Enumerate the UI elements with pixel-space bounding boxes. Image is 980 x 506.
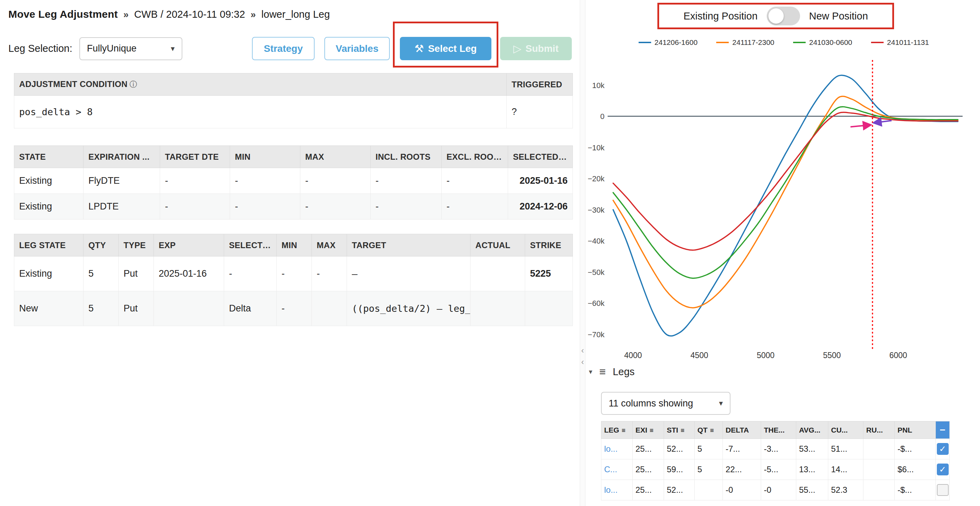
hamburger-icon[interactable]: ≡ <box>599 365 606 378</box>
legs-col-header-label: AVG... <box>799 426 820 434</box>
expiration-cell: - <box>160 194 230 220</box>
legs-cell: 25... <box>633 439 664 459</box>
leg-cell <box>312 291 347 326</box>
legs-col-header-label: RU... <box>866 426 883 434</box>
toggle-knob <box>768 8 784 24</box>
info-icon[interactable]: ⓘ <box>129 80 137 89</box>
legend-item[interactable]: 241117-2300 <box>716 38 774 47</box>
chart-legend: 241206-1600241117-2300241030-0600241011-… <box>599 38 968 47</box>
right-panel: Existing Position New Position 241206-16… <box>585 0 980 506</box>
legs-col-header[interactable]: QT≡ <box>695 422 723 439</box>
y-tick-label: −30k <box>588 206 605 214</box>
expiration-table: STATEEXPIRATION ...TARGET DTEMINMAXINCL.… <box>14 145 573 220</box>
submit-arrow-icon: ▷ <box>513 43 521 55</box>
leg-cell <box>154 291 224 326</box>
selected-exp-link[interactable]: 2024-12-06 <box>508 194 573 220</box>
leg-cell: New <box>14 291 84 326</box>
expiration-col-header: TARGET DTE <box>160 146 230 168</box>
leg-cell: Put <box>119 291 154 326</box>
adjustment-condition-value: pos_delta > 8 <box>14 96 507 129</box>
legs-col-header-label: DELTA <box>725 426 749 434</box>
legs-cell: 5 <box>695 439 723 459</box>
submit-button[interactable]: ▷ Submit <box>500 37 572 60</box>
expiration-cell: - <box>300 194 371 220</box>
leg-cell: Delta <box>224 291 277 326</box>
selected-exp-link[interactable]: 2025-01-16 <box>508 168 573 194</box>
strike-link[interactable]: 5225 <box>525 256 573 291</box>
leg-col-header: EXP <box>154 234 224 256</box>
legs-col-header[interactable]: EXI≡ <box>633 422 664 439</box>
select-leg-button[interactable]: ⚒ Select Leg <box>400 37 492 60</box>
leg-col-header: LEG STATE <box>14 234 84 256</box>
leg-cell <box>471 256 525 291</box>
legs-cell: 55... <box>796 480 828 500</box>
triggered-header: TRIGGERED <box>507 73 573 96</box>
legs-cell <box>864 439 895 459</box>
pnl-chart: 10k0−10k−20k−30k−40k−50k−60k−70k40004500… <box>585 52 980 365</box>
legs-cell: 52.3 <box>828 480 864 500</box>
position-toggle-row: Existing Position New Position <box>657 3 894 29</box>
legs-cell: 51... <box>828 439 864 459</box>
tools-icon: ⚒ <box>414 43 424 55</box>
legs-cell: 53... <box>796 439 828 459</box>
page-title: Move Leg Adjustment <box>8 8 118 20</box>
breadcrumb-item-leg: lower_long Leg <box>261 9 330 20</box>
leg-cell: - <box>277 256 312 291</box>
legs-col-header[interactable]: STI≡ <box>664 422 695 439</box>
legs-col-header-label: EXI <box>635 426 647 434</box>
leg-row: New5PutDelta-((pos_delta/2) — leg_lo <box>14 291 573 326</box>
collapse-icon[interactable]: ▾ <box>589 368 592 376</box>
legs-col-header: AVG... <box>796 422 828 439</box>
left-panel: Move Leg Adjustment » CWB / 2024-10-11 0… <box>0 0 580 506</box>
legs-col-header[interactable]: LEG≡ <box>601 422 633 439</box>
legs-header-row: LEG≡EXI≡STI≡QT≡DELTATHE...AVG...CU...RU.… <box>601 422 950 439</box>
splitter-chevron-icon[interactable]: ‹ <box>580 358 585 366</box>
expiration-cell: - <box>371 194 442 220</box>
leg-selection-row: Leg Selection: FullyUnique ▾ <box>8 37 182 60</box>
leg-selection-dropdown[interactable]: FullyUnique ▾ <box>80 37 182 60</box>
breadcrumb: Move Leg Adjustment » CWB / 2024-10-11 0… <box>8 8 330 20</box>
breadcrumb-separator: » <box>251 10 256 20</box>
legs-cell: 5 <box>695 459 723 480</box>
adjustment-header-row: ADJUSTMENT CONDITIONⓘ TRIGGERED <box>14 73 573 96</box>
panel-splitter[interactable]: ‹ ‹ <box>580 0 585 506</box>
sort-icon[interactable]: ≡ <box>650 426 654 434</box>
legend-line-swatch <box>871 42 884 43</box>
legend-item[interactable]: 241011-1131 <box>871 38 929 47</box>
splitter-chevron-icon[interactable]: ‹ <box>580 346 585 355</box>
columns-dropdown[interactable]: 11 columns showing ▾ <box>601 392 730 415</box>
leg-name-link[interactable]: lo... <box>601 439 633 459</box>
series-line-241117-2300 <box>613 96 958 308</box>
row-checkbox[interactable] <box>937 484 949 496</box>
sort-icon[interactable]: ≡ <box>681 426 684 434</box>
leg-table: LEG STATEQTYTYPEEXPSELECTORMINMAXTARGETA… <box>14 234 573 326</box>
y-tick-label: 0 <box>600 112 605 121</box>
strategy-button-label: Strategy <box>264 43 303 54</box>
expiration-col-header: SELECTED EXP <box>508 146 573 168</box>
sort-icon[interactable]: ≡ <box>710 426 714 434</box>
row-checkbox[interactable]: ✓ <box>937 463 949 476</box>
legend-item[interactable]: 241030-0600 <box>793 38 852 47</box>
triggered-value: ? <box>507 96 573 129</box>
legs-col-header: THE... <box>761 422 796 439</box>
row-checkbox[interactable]: ✓ <box>937 443 949 455</box>
x-tick-label: 5000 <box>757 351 774 360</box>
strategy-button[interactable]: Strategy <box>252 37 315 60</box>
select-all-toggle[interactable]: − <box>936 422 950 439</box>
leg-name-link[interactable]: lo... <box>601 480 633 500</box>
expiration-col-header: MAX <box>300 146 371 168</box>
legend-line-swatch <box>716 42 729 43</box>
expiration-cell: LPDTE <box>84 194 160 220</box>
legs-cell: -5... <box>761 459 796 480</box>
legs-cell <box>864 480 895 500</box>
leg-cell: - <box>224 256 277 291</box>
legs-col-header-label: PNL <box>897 426 912 434</box>
sort-icon[interactable]: ≡ <box>622 426 625 434</box>
legs-col-header: DELTA <box>723 422 761 439</box>
legend-item[interactable]: 241206-1600 <box>639 38 698 47</box>
position-toggle[interactable] <box>767 6 800 25</box>
legs-cell: -7... <box>723 439 761 459</box>
leg-name-link[interactable]: C... <box>601 459 633 480</box>
x-tick-label: 6000 <box>889 351 907 360</box>
variables-button[interactable]: Variables <box>325 37 390 60</box>
